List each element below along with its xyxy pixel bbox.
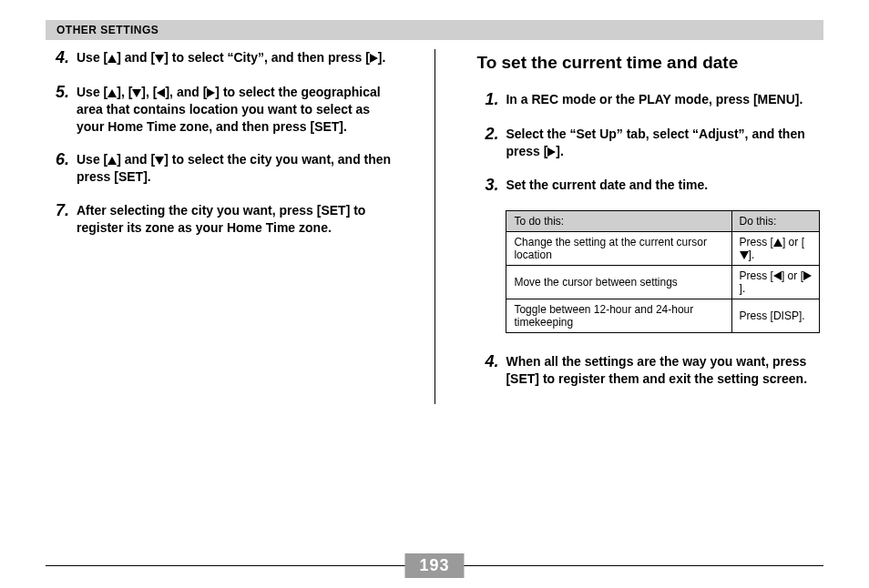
step: 2.Select the “Set Up” tab, select “Adjus… xyxy=(475,126,823,160)
step-text: After selecting the city you want, press… xyxy=(77,202,394,237)
right-section-title: To set the current time and date xyxy=(476,53,823,73)
right-arrow-icon xyxy=(370,54,378,63)
step: 3.Set the current date and the time. xyxy=(475,177,823,195)
table-header-cell: To do this: xyxy=(506,211,731,232)
step: 5.Use [], [], [], and [] to select the g… xyxy=(46,84,394,136)
step-text: Select the “Set Up” tab, select “Adjust”… xyxy=(506,126,823,160)
left-arrow-icon xyxy=(157,88,165,97)
step-text: Set the current date and the time. xyxy=(506,177,708,194)
step: 1.In a REC mode or the PLAY mode, press … xyxy=(475,91,823,109)
table-cell: Move the cursor between settings xyxy=(506,266,731,299)
step-number: 1. xyxy=(475,91,498,109)
step-number: 2. xyxy=(475,126,498,144)
step-number: 4. xyxy=(475,353,498,371)
step: 7.After selecting the city you want, pre… xyxy=(46,202,394,237)
table-row: Move the cursor between settingsPress []… xyxy=(506,266,820,299)
left-arrow-icon xyxy=(773,271,782,280)
column-divider xyxy=(434,49,435,404)
step-text: In a REC mode or the PLAY mode, press [M… xyxy=(506,91,803,108)
step-text: Use [], [], [], and [] to select the geo… xyxy=(77,84,394,136)
manual-page: OTHER SETTINGS 4.Use [] and [] to select… xyxy=(0,0,869,588)
left-column: 4.Use [] and [] to select “City”, and th… xyxy=(46,49,394,404)
right-arrow-icon xyxy=(547,147,556,157)
table-cell: Press [] or []. xyxy=(731,232,819,266)
step: 6.Use [] and [] to select the city you w… xyxy=(46,151,394,186)
step-number: 7. xyxy=(46,202,69,220)
step-text: When all the settings are the way you wa… xyxy=(506,353,823,388)
table-header-cell: Do this: xyxy=(731,211,819,232)
up-arrow-icon xyxy=(773,238,782,247)
table-row: Toggle between 12-hour and 24-hour timek… xyxy=(506,299,820,333)
instruction-table: To do this:Do this: Change the setting a… xyxy=(506,210,820,333)
table-cell: Press [] or []. xyxy=(731,266,819,299)
table-cell: Change the setting at the current cursor… xyxy=(506,232,731,266)
up-arrow-icon xyxy=(107,55,117,63)
down-arrow-icon xyxy=(132,89,141,97)
step-number: 3. xyxy=(475,177,498,195)
table-cell: Toggle between 12-hour and 24-hour timek… xyxy=(506,299,731,333)
up-arrow-icon xyxy=(107,157,117,165)
right-arrow-icon xyxy=(803,271,812,280)
right-column: To set the current time and date 1.In a … xyxy=(475,49,823,404)
step-number: 4. xyxy=(46,49,69,67)
right-arrow-icon xyxy=(207,88,215,97)
up-arrow-icon xyxy=(107,89,117,97)
step-text: Use [] and [] to select “City”, and then… xyxy=(77,49,385,66)
step-number: 5. xyxy=(46,84,69,102)
table-cell: Press [DISP]. xyxy=(731,299,819,333)
down-arrow-icon xyxy=(155,55,164,63)
table-row: Change the setting at the current cursor… xyxy=(506,232,820,266)
section-header: OTHER SETTINGS xyxy=(46,20,823,40)
down-arrow-icon xyxy=(155,157,164,165)
down-arrow-icon xyxy=(740,251,749,259)
page-number: 193 xyxy=(404,553,464,578)
step-text: Use [] and [] to select the city you wan… xyxy=(77,151,394,186)
step-number: 6. xyxy=(46,151,69,169)
step: 4.Use [] and [] to select “City”, and th… xyxy=(46,49,394,67)
two-column-layout: 4.Use [] and [] to select “City”, and th… xyxy=(46,49,823,404)
page-footer: 193 xyxy=(46,565,823,566)
step: 4.When all the settings are the way you … xyxy=(475,353,823,388)
